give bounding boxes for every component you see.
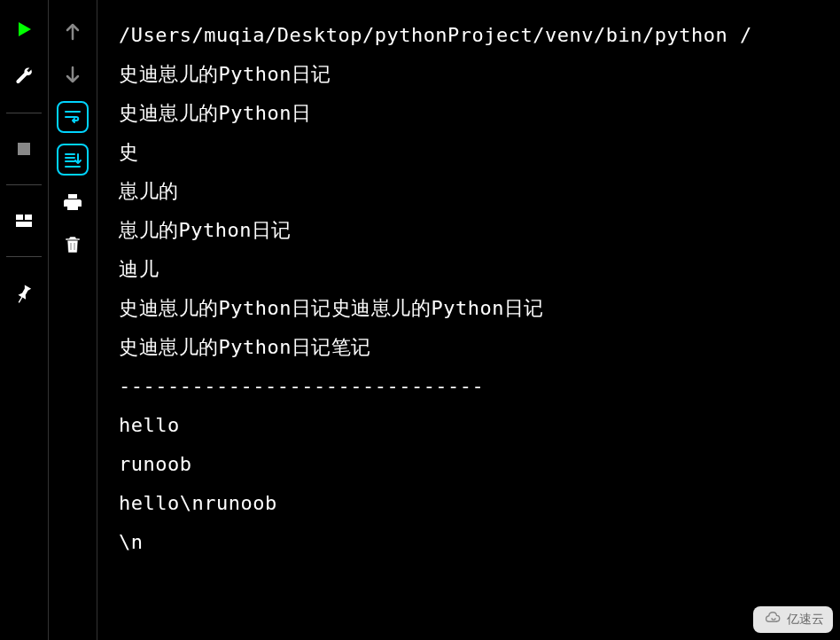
layout-icon <box>13 210 35 231</box>
console-line: \n <box>119 523 840 562</box>
console-line: 迪儿 <box>119 250 840 289</box>
scroll-to-end-icon <box>62 149 83 170</box>
svg-rect-3 <box>16 222 32 227</box>
watermark-text: 亿速云 <box>787 612 824 628</box>
svg-rect-2 <box>25 215 32 220</box>
cloud-icon <box>762 610 782 629</box>
play-icon <box>13 19 35 40</box>
print-button[interactable] <box>57 186 89 218</box>
console-actions-toolbar <box>49 0 97 640</box>
svg-rect-0 <box>18 143 30 155</box>
console-line: hello\nrunoob <box>119 484 840 523</box>
pin-button[interactable] <box>8 277 40 308</box>
console-output[interactable]: /Users/muqia/Desktop/pythonProject/venv/… <box>97 0 840 640</box>
down-button[interactable] <box>57 59 89 90</box>
arrow-up-icon <box>62 21 83 43</box>
divider <box>6 256 42 257</box>
console-line: 崽儿的Python日记 <box>119 211 840 250</box>
scroll-to-end-button[interactable] <box>57 144 89 176</box>
console-line: runoob <box>119 445 840 484</box>
console-line: ------------------------------ <box>119 367 840 406</box>
debug-button[interactable] <box>8 61 40 93</box>
soft-wrap-icon <box>62 106 83 128</box>
wrench-icon <box>13 66 35 88</box>
arrow-down-icon <box>62 64 83 85</box>
stop-button[interactable] <box>8 133 40 165</box>
console-line: 史迪崽儿的Python日记史迪崽儿的Python日记 <box>119 289 840 328</box>
run-toolbar <box>0 0 49 640</box>
trash-icon <box>62 234 83 255</box>
print-icon <box>62 191 83 213</box>
layout-button[interactable] <box>8 205 40 237</box>
up-button[interactable] <box>57 16 89 48</box>
clear-button[interactable] <box>57 229 89 261</box>
console-line: 史迪崽儿的Python日记 <box>119 55 840 94</box>
stop-icon <box>13 138 35 160</box>
console-line: 史迪崽儿的Python日记笔记 <box>119 328 840 367</box>
console-line: /Users/muqia/Desktop/pythonProject/venv/… <box>119 16 840 55</box>
watermark: 亿速云 <box>753 606 833 633</box>
console-line: 史 <box>119 133 840 172</box>
run-button[interactable] <box>8 13 40 45</box>
console-line: 崽儿的 <box>119 172 840 211</box>
pin-icon <box>13 282 35 303</box>
console-line: 史迪崽儿的Python日 <box>119 94 840 133</box>
divider <box>6 184 42 185</box>
divider <box>6 113 42 113</box>
soft-wrap-button[interactable] <box>57 101 89 133</box>
console-line: hello <box>119 406 840 445</box>
svg-rect-1 <box>16 215 23 220</box>
